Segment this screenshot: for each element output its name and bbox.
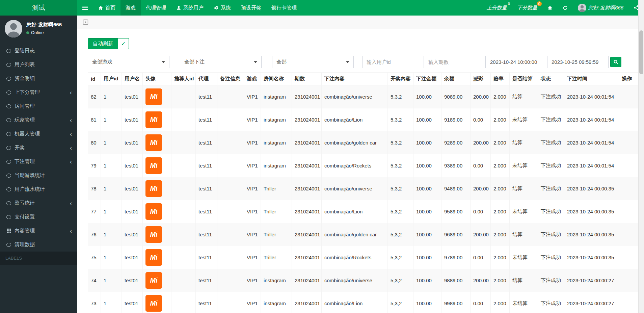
up-score-button[interactable]: 上分数量 0 [482,0,512,16]
nav-item-preset-draw[interactable]: 预设开奖 [236,0,266,16]
cell-issue: 231024001 [292,246,322,269]
circle-icon [6,77,11,81]
cell-referrer [171,223,196,246]
refresh-button[interactable] [558,0,573,16]
vertical-scrollbar[interactable] [638,0,644,313]
cell-room: Triller [261,246,292,269]
date-to-input[interactable] [547,56,609,68]
cell-room: instagram [261,154,292,177]
cell-game: VIP1 [244,85,261,108]
cell-referrer [171,85,196,108]
sidebar-item-current-game-stats[interactable]: 当期游戏统计 [0,168,77,182]
sidebar-item-clean-data[interactable]: 清理数据 [0,238,77,252]
status-filter-select[interactable]: 全部 [272,56,354,68]
scrollbar-thumb[interactable] [639,30,643,74]
sidebar-item-label: 机器人管理 [15,131,40,137]
user-avatar-image: Mi [145,272,162,289]
cell-uid: 1 [101,131,122,154]
chevron-down-icon [162,61,165,63]
avatar-logo-text: Mi [150,162,157,169]
sidebar-item-player-manage[interactable]: 玩家管理‹ [0,113,77,127]
sidebar-item-label: 房间管理 [15,103,35,109]
sidebar-item-funds-detail[interactable]: 资金明细 [0,72,77,85]
auto-refresh-checkbox[interactable]: ✓ [118,38,129,49]
sidebar-user-status: Online [26,30,62,35]
sidebar-item-label: 登陆日志 [15,48,35,54]
cell-action [619,269,639,292]
sidebar-item-bet-manage[interactable]: 下注管理‹ [0,155,77,168]
sidebar-item-content-manage[interactable]: 内容管理‹ [0,224,77,238]
date-from-input[interactable] [486,56,547,68]
issue-number-input[interactable] [424,56,486,68]
sidebar-item-payment-settings[interactable]: 支付设置 [0,210,77,224]
cell-action [619,177,639,200]
cell-uid: 1 [101,200,122,223]
greeting-label: 您好:发财啊666 [588,5,623,11]
sidebar-item-user-flow-stats[interactable]: 用户流水统计 [0,182,77,196]
nav-item-system-users[interactable]: 系统用户 [171,0,209,16]
avatar-logo-text: Mi [150,231,157,238]
column-header-game: 游戏 [244,73,261,85]
sidebar-item-label: 上下分管理 [15,89,40,96]
sidebar-item-login-log[interactable]: 登陆日志 [0,44,77,58]
cell-referrer [171,269,196,292]
sidebar-toggle-button[interactable] [77,0,93,16]
nav-item-system[interactable]: 系统 [209,0,236,16]
cell-bet_content: combinação/Rockets [322,154,388,177]
online-dot-icon [26,31,29,34]
sidebar-item-label: 开奖 [15,145,25,151]
avatar-logo-text: Mi [150,299,157,307]
cell-bet_amount: 100.00 [413,246,441,269]
cell-bet_amount: 100.00 [413,223,441,246]
sidebar-item-profit-stats[interactable]: 盈亏统计‹ [0,196,77,210]
user-menu[interactable]: 您好:发财啊666 [573,0,628,16]
cell-issue: 231024001 [292,200,322,223]
panel-widget-icon[interactable] [83,19,88,25]
nav-item-agent-manage[interactable]: 代理管理 [141,0,171,16]
nav-item-bank-card-manage[interactable]: 银行卡管理 [266,0,302,16]
auto-refresh-button[interactable]: 自动刷新 [88,38,118,49]
circle-icon [6,118,11,122]
nav-item-games[interactable]: 游戏 [120,0,141,16]
avatar-photo [5,20,22,37]
sidebar-item-robot-manage[interactable]: 机器人管理‹ [0,127,77,141]
navbar-right: 上分数量 0 下分数量 0 您好:发财啊666 [482,0,644,16]
home-shortcut-button[interactable] [542,0,558,16]
cell-id: 79 [88,154,101,177]
sidebar-item-score-manage[interactable]: 上下分管理‹ [0,85,77,99]
table-body: 821test01Mitest11VIP1instagram231024001c… [88,85,639,313]
cell-avatar: Mi [143,223,171,246]
cell-status: 下注成功 [538,85,564,108]
circle-icon [6,90,11,95]
cell-odds: 2.000 [491,177,510,200]
user-id-input[interactable] [362,56,424,68]
cell-bet_time: 2023-10-24 00:00:35 [564,223,619,246]
brand-logo[interactable]: 测试 [0,0,77,16]
game-filter-select[interactable]: 全部游戏 [88,56,169,68]
search-button[interactable] [610,57,621,67]
sidebar-item-label: 盈亏统计 [15,200,35,206]
sidebar-item-room-manage[interactable]: 房间管理 [0,99,77,113]
cell-room: instagram [261,292,292,313]
sidebar-item-user-list[interactable]: 用户列表 [0,58,77,72]
cell-bet_content: combinação/golden car [322,131,388,154]
cell-remark [217,131,244,154]
cell-id: 74 [88,269,101,292]
cell-bet_amount: 100.00 [413,269,441,292]
column-header-remark: 备注信息 [217,73,244,85]
circle-icon [6,49,11,53]
cell-balance: 9989.00 [441,292,471,313]
nav-item-home[interactable]: 首页 [93,0,120,16]
bet-type-filter-select[interactable]: 全部下注 [180,56,262,68]
cell-balance: 9289.00 [441,131,471,154]
check-icon: ✓ [121,40,126,47]
cell-uid: 1 [101,154,122,177]
down-score-button[interactable]: 下分数量 0 [512,0,542,16]
column-header-bet_time: 下注时间 [564,73,619,85]
cell-odds: 2.000 [491,85,510,108]
sidebar-item-draw[interactable]: 开奖‹ [0,141,77,155]
cell-agent: test11 [196,177,217,200]
cell-bet_time: 2023-10-24 00:01:54 [564,131,619,154]
avatar-logo-text: Mi [150,185,157,192]
online-status-label: Online [31,30,44,35]
